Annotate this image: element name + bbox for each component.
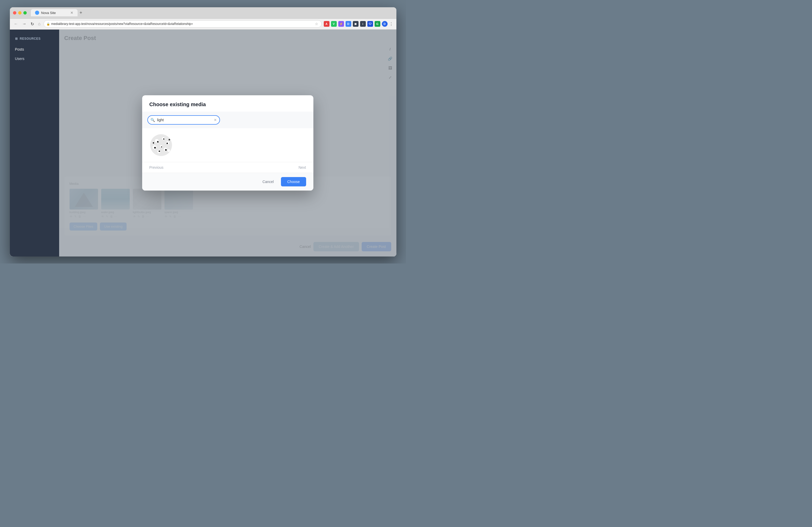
tab-favicon (35, 11, 39, 15)
sidebar-posts-label: Posts (15, 47, 24, 52)
home-button[interactable]: ⌂ (37, 20, 42, 27)
back-button[interactable]: ← (13, 20, 19, 27)
search-clear-button[interactable]: ✕ (214, 118, 217, 122)
refresh-button[interactable]: ↻ (30, 20, 35, 28)
ext-bolt-icon[interactable]: ⚡ (338, 21, 344, 27)
star-icon[interactable]: ☆ (315, 22, 318, 26)
tab-bar: Nova Site ✕ + (31, 9, 393, 16)
result-item-lightbulbs[interactable] (149, 133, 173, 157)
search-wrapper: 🔍 ✕ (147, 115, 220, 125)
menu-icon[interactable]: ⋮ (389, 22, 393, 27)
ext-user-icon[interactable]: D (382, 21, 388, 27)
browser-window: Nova Site ✕ + ← → ↻ ⌂ 🔒 medialibrary-tes… (10, 7, 396, 256)
modal-footer: Cancel Choose (142, 173, 314, 190)
sidebar: ⊞ Resources Posts Users (10, 30, 59, 256)
results-grid (149, 133, 306, 157)
search-section: 🔍 ✕ (142, 112, 314, 128)
lightbulbs-preview (150, 134, 172, 156)
sidebar-users-label: Users (15, 57, 25, 61)
modal-choose-button[interactable]: Choose (281, 177, 306, 186)
lock-icon: 🔒 (46, 22, 50, 26)
ext-v-icon[interactable]: V (331, 21, 337, 27)
ext-dash-icon[interactable]: ▦ (353, 21, 359, 27)
ext-shield-icon[interactable]: 🛡 (367, 21, 373, 27)
title-bar: Nova Site ✕ + (10, 7, 396, 19)
modal-title: Choose existing media (149, 101, 306, 108)
address-bar: ← → ↻ ⌂ 🔒 medialibrary-test-app.test/nov… (10, 19, 396, 30)
minimize-traffic-light[interactable] (18, 11, 21, 15)
sidebar-resources-header: ⊞ Resources (10, 35, 59, 43)
tab-close-button[interactable]: ✕ (70, 11, 73, 15)
ext-d-icon[interactable]: D (346, 21, 351, 27)
pagination-next-button[interactable]: Next (299, 165, 306, 170)
modal-body (142, 128, 314, 162)
pagination-previous-button[interactable]: Previous (149, 165, 163, 170)
adblock-icon[interactable]: A (324, 21, 330, 27)
address-input-wrapper: 🔒 medialibrary-test-app.test/nova/resour… (44, 20, 321, 28)
modal-pagination: Previous Next (142, 162, 314, 173)
modal: Choose existing media 🔍 ✕ (142, 95, 314, 190)
search-input[interactable] (147, 115, 220, 125)
url-text[interactable]: medialibrary-test-app.test/nova/resource… (51, 22, 313, 26)
maximize-traffic-light[interactable] (23, 11, 27, 15)
modal-overlay: Choose existing media 🔍 ✕ (59, 30, 396, 256)
active-tab[interactable]: Nova Site ✕ (31, 9, 77, 16)
close-traffic-light[interactable] (13, 11, 16, 15)
sidebar-item-users[interactable]: Users (10, 54, 59, 63)
modal-cancel-button[interactable]: Cancel (258, 177, 278, 186)
browser-content: ⊞ Resources Posts Users Create Post Medi… (10, 30, 396, 256)
sidebar-item-posts[interactable]: Posts (10, 45, 59, 54)
ext-i-icon[interactable]: i (360, 21, 366, 27)
modal-header: Choose existing media (142, 95, 314, 112)
forward-button[interactable]: → (21, 20, 28, 27)
ext-g-icon[interactable]: G (375, 21, 380, 27)
grid-icon: ⊞ (15, 37, 18, 41)
tab-title: Nova Site (41, 11, 56, 15)
sidebar-resources-label: Resources (20, 37, 41, 41)
page-area: Create Post Media building.jpeg 👁 ✎ (59, 30, 396, 256)
extension-icons: A V ⚡ D ▦ i 🛡 G D ⋮ (324, 21, 393, 27)
new-tab-button[interactable]: + (77, 10, 85, 16)
search-icon: 🔍 (150, 118, 155, 122)
traffic-lights (13, 11, 27, 15)
